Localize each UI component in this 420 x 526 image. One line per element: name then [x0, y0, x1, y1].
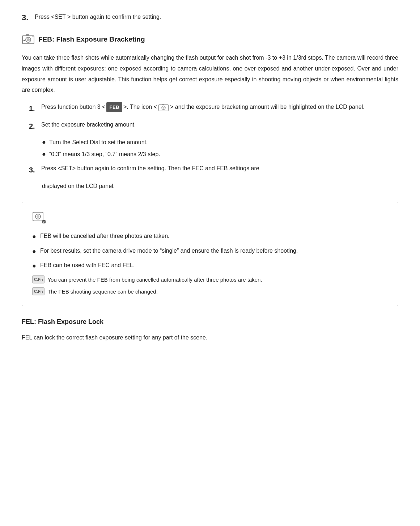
note-bullet-dot-1: ●	[32, 231, 40, 242]
note-bullet-3: ● FEB can be used with FEC and FEL.	[32, 260, 388, 271]
note-bullet-dot-3: ●	[32, 260, 40, 271]
feb-section-title: FEB: Flash Exposure Bracketing	[38, 34, 145, 45]
step2-num: 2.	[29, 120, 39, 132]
feb-button: FEB	[106, 102, 122, 112]
step2-row: 2. Set the exposure bracketing amount.	[29, 120, 398, 132]
note-bullet-2: ● For best results, set the camera drive…	[32, 246, 388, 257]
svg-text:0: 0	[43, 221, 44, 223]
svg-point-10	[163, 107, 165, 108]
feb-camera-icon: 0	[22, 33, 35, 46]
step1-num: 1.	[29, 102, 39, 115]
note-bullet-dot-2: ●	[32, 246, 40, 257]
step3-sub-text: displayed on the LCD panel.	[42, 181, 398, 192]
svg-point-15	[37, 215, 39, 218]
fel-section: FEL: Flash Exposure Lock FEL can lock th…	[22, 316, 398, 343]
svg-rect-4	[26, 34, 29, 36]
cfn-text-2: The FEB shooting sequence can be changed…	[47, 287, 157, 296]
step2-content: Set the exposure bracketing amount.	[41, 120, 136, 130]
note-info-icon: 0	[32, 210, 46, 224]
svg-rect-5	[32, 36, 33, 37]
camera-bracket-icon	[158, 103, 169, 111]
svg-point-3	[27, 38, 30, 41]
bullet-text-2: “0.3” means 1/3 step, “0.7” means 2/3 st…	[49, 149, 160, 159]
cfn-line-2: C.Fn The FEB shooting sequence can be ch…	[32, 287, 388, 296]
note-icon-row: 0	[32, 210, 388, 231]
step1-row: 1. Press function button 3 <FEB>. The ic…	[29, 102, 398, 115]
feb-heading-row: 0 FEB: Flash Exposure Bracketing	[22, 33, 398, 46]
step1-content: Press function button 3 <FEB>. The icon …	[41, 102, 365, 112]
step3-main-num: 3.	[29, 163, 39, 176]
bullet-item-1: ● Turn the Select Dial to set the amount…	[42, 137, 398, 147]
note-box: 0 ● FEB will be cancelled after three ph…	[22, 202, 398, 306]
note-bullet-text-3: FEB can be used with FEC and FEL.	[40, 260, 135, 270]
fel-section-para: FEL can lock the correct flash exposure …	[22, 333, 398, 343]
fel-section-title: FEL: Flash Exposure Lock	[22, 316, 398, 328]
feb-para1: You can take three flash shots while aut…	[22, 52, 398, 95]
cfn-badge-1: C.Fn	[32, 275, 44, 283]
cfn-line-1: C.Fn You can prevent the FEB from being …	[32, 275, 388, 285]
bullet-item-2: ● “0.3” means 1/3 step, “0.7” means 2/3 …	[42, 149, 398, 159]
step3-main-content: Press <SET> button again to confirm the …	[41, 163, 259, 174]
step3-top-num: 3.	[22, 11, 32, 24]
bullet-dot-1: ●	[42, 137, 49, 147]
note-bullet-text-2: For best results, set the camera drive m…	[40, 246, 298, 256]
note-bullet-text-1: FEB will be cancelled after three photos…	[40, 231, 170, 241]
cfn-badge-2: C.Fn	[32, 287, 44, 295]
bullet-list: ● Turn the Select Dial to set the amount…	[42, 137, 398, 159]
cfn-text-1: You can prevent the FEB from being cance…	[47, 275, 262, 285]
step3-top-text: Press <SET > button again to confirm the…	[35, 11, 161, 22]
step3-main-row: 3. Press <SET> button again to confirm t…	[29, 163, 398, 176]
bullet-dot-2: ●	[42, 149, 49, 159]
svg-rect-11	[162, 104, 164, 105]
bullet-text-1: Turn the Select Dial to set the amount.	[49, 137, 148, 147]
note-bullet-1: ● FEB will be cancelled after three phot…	[32, 231, 388, 242]
step3-top-row: 3. Press <SET > button again to confirm …	[22, 11, 398, 24]
